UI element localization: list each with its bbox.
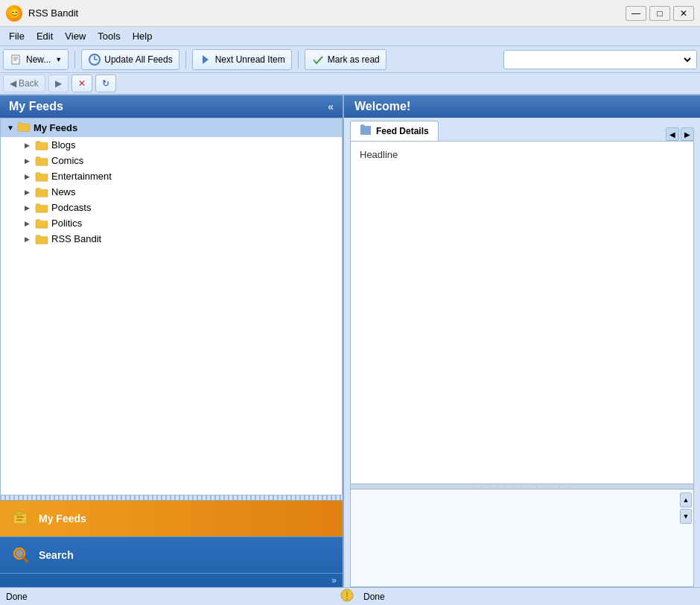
tree-root-item[interactable]: ▼ My Feeds — [1, 118, 342, 137]
feed-details-tab[interactable]: Feed Details — [350, 121, 439, 141]
nav-tab-my-feeds[interactable]: My Feeds — [0, 501, 343, 537]
stop-button[interactable]: ✕ — [71, 75, 92, 92]
title-left: 😊 RSS Bandit — [6, 5, 78, 22]
svg-rect-0 — [12, 55, 19, 64]
tree-item-comics-label: Comics — [51, 155, 83, 166]
feed-content: Headline · · · · · · · · · · · · · ▲ ▼ — [350, 141, 694, 587]
expand-comics-icon: ▶ — [22, 156, 32, 166]
expand-politics-icon: ▶ — [22, 218, 32, 229]
nav-tab-search[interactable]: Search — [0, 537, 343, 574]
maximize-button[interactable]: □ — [649, 6, 670, 21]
scroll-down-button[interactable]: ▼ — [680, 509, 692, 524]
root-label: My Feeds — [34, 122, 77, 133]
toolbar: New... ▼ Update All Feeds Next Unread It… — [0, 46, 700, 73]
feeds-collapse-button[interactable]: « — [328, 101, 334, 113]
tree-item-rssbandit[interactable]: ▶ RSS Bandit — [1, 231, 342, 247]
back-arrow-icon: ◀ — [10, 78, 16, 89]
bottom-nav: My Feeds Search » — [0, 500, 343, 587]
tree-item-entertainment[interactable]: ▶ Entertainment — [1, 168, 342, 184]
update-icon — [88, 53, 101, 66]
mark-as-read-button[interactable]: Mark as read — [305, 49, 386, 70]
nav-expand-area: » — [0, 574, 343, 587]
app-icon: 😊 — [6, 5, 22, 22]
status-right: Done — [363, 592, 694, 602]
feed-bottom-area: ▲ ▼ — [351, 490, 693, 586]
svg-rect-9 — [16, 519, 22, 521]
minimize-button[interactable]: — — [626, 6, 646, 21]
forward-button[interactable]: ▶ — [48, 75, 69, 92]
expand-blogs-icon: ▶ — [22, 140, 32, 151]
feed-nav-next[interactable]: ▶ — [681, 127, 694, 141]
status-left: Done — [6, 592, 337, 602]
refresh-icon: ↻ — [102, 78, 109, 89]
menu-edit[interactable]: Edit — [31, 29, 59, 43]
back-button[interactable]: ◀ Back — [3, 75, 45, 92]
main-area: My Feeds « ▼ My Feeds ▶ Blogs ▶ C — [0, 95, 700, 587]
scroll-up-button[interactable]: ▲ — [680, 492, 692, 507]
root-folder-icon — [17, 121, 31, 134]
feed-nav-prev[interactable]: ◀ — [666, 127, 679, 141]
next-unread-button[interactable]: Next Unread Item — [192, 49, 292, 70]
feed-splitter[interactable]: · · · · · · · · · · · · · — [351, 484, 693, 490]
right-header: Welcome! — [344, 95, 700, 118]
new-icon — [10, 53, 23, 66]
menu-file[interactable]: File — [3, 29, 31, 43]
menu-help[interactable]: Help — [127, 29, 159, 43]
tree-item-blogs[interactable]: ▶ Blogs — [1, 137, 342, 153]
search-tab-label: Search — [39, 549, 74, 561]
tree-item-comics[interactable]: ▶ Comics — [1, 153, 342, 168]
new-label: New... — [26, 54, 51, 65]
folder-politics-icon — [35, 218, 48, 229]
back-label: Back — [19, 78, 39, 89]
toolbar-separator-2 — [185, 51, 186, 69]
window-title: RSS Bandit — [28, 7, 78, 19]
svg-line-12 — [23, 557, 28, 562]
close-button[interactable]: ✕ — [673, 6, 694, 21]
tree-item-politics[interactable]: ▶ Politics — [1, 215, 342, 231]
svg-point-11 — [16, 550, 23, 557]
svg-marker-5 — [203, 55, 209, 64]
feed-headline-area: Headline — [351, 142, 693, 484]
forward-arrow-icon: ▶ — [55, 78, 62, 89]
feeds-tree[interactable]: ▼ My Feeds ▶ Blogs ▶ Comics ▶ Entertai — [0, 118, 343, 495]
nav-expand-icon[interactable]: » — [331, 575, 337, 586]
feeds-header-title: My Feeds — [9, 100, 63, 113]
stop-icon: ✕ — [78, 78, 86, 89]
status-bar: Done Done — [0, 587, 700, 605]
my-feeds-tab-icon — [10, 508, 31, 529]
svg-rect-7 — [15, 511, 22, 515]
right-panel: Welcome! Feed Details ◀ ▶ Headline — [344, 95, 700, 587]
address-dropdown[interactable] — [503, 50, 697, 69]
folder-comics-icon — [35, 156, 48, 166]
folder-blogs-icon — [35, 140, 48, 151]
tree-item-entertainment-label: Entertainment — [51, 171, 112, 182]
feed-tab-area: Feed Details ◀ ▶ — [344, 118, 700, 141]
menu-tools[interactable]: Tools — [92, 29, 126, 43]
address-select[interactable] — [507, 54, 693, 66]
folder-podcasts-icon — [35, 203, 48, 213]
toolbar-separator-3 — [298, 51, 299, 69]
update-all-feeds-button[interactable]: Update All Feeds — [81, 49, 179, 70]
refresh-button[interactable]: ↻ — [95, 75, 116, 92]
feed-details-tab-label: Feed Details — [376, 126, 429, 136]
mark-label: Mark as read — [328, 54, 380, 65]
tree-item-podcasts[interactable]: ▶ Podcasts — [1, 200, 342, 215]
tree-item-rssbandit-label: RSS Bandit — [51, 233, 101, 244]
menu-view[interactable]: View — [59, 29, 92, 43]
nav-bar: ◀ Back ▶ ✕ ↻ — [0, 73, 700, 95]
feeds-header: My Feeds « — [0, 95, 343, 118]
expand-rssbandit-icon: ▶ — [22, 234, 32, 244]
mark-icon — [311, 53, 325, 66]
right-header-title: Welcome! — [354, 100, 410, 113]
status-separator-icon — [340, 588, 354, 605]
headline-label: Headline — [360, 149, 398, 160]
new-button[interactable]: New... ▼ — [3, 49, 69, 70]
new-dropdown-arrow[interactable]: ▼ — [55, 56, 62, 63]
search-tab-icon — [10, 545, 31, 566]
scroll-buttons: ▲ ▼ — [680, 492, 692, 524]
tree-item-news[interactable]: ▶ News — [1, 184, 342, 200]
left-panel: My Feeds « ▼ My Feeds ▶ Blogs ▶ C — [0, 95, 344, 587]
svg-rect-8 — [16, 516, 24, 518]
next-label: Next Unread Item — [215, 54, 285, 65]
folder-entertainment-icon — [35, 171, 48, 182]
